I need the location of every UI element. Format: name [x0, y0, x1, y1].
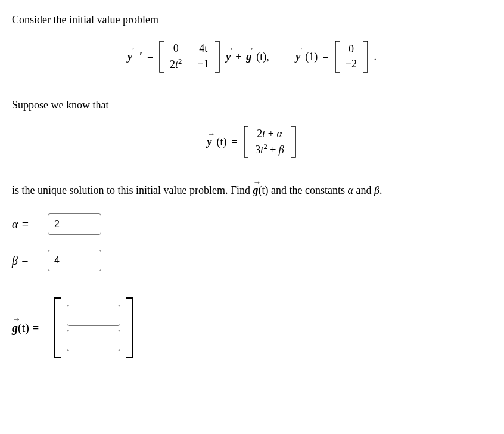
prime-symbol: ′	[139, 51, 142, 63]
matrix-A: 0 4t 2t2 −1	[158, 40, 221, 73]
equals-1: =	[147, 51, 153, 63]
solution-equation: y(t) = 2t + α 3t2 + β	[12, 125, 492, 159]
y1-r1: 0	[343, 42, 360, 57]
g-inline: g	[253, 182, 258, 199]
beta-answer-row: β =	[12, 250, 492, 271]
alpha-answer-row: α =	[12, 213, 492, 235]
A-r2c2: −1	[195, 57, 211, 72]
plus-symbol: +	[235, 51, 241, 63]
A-r2c1: 2t2	[167, 57, 184, 72]
yt-arg: (t)	[216, 136, 226, 148]
y1-vector: 0 −2	[334, 40, 369, 73]
A-r1c1: 0	[167, 41, 184, 56]
alpha-label: α =	[12, 218, 42, 231]
solution-vector: 2t + α 3t2 + β	[242, 125, 297, 159]
g-vec-symbol: g	[246, 51, 251, 63]
ivp-equation: y′ = 0 4t 2t2 −1 y + g(t),	[12, 40, 492, 73]
beta-inline: β	[374, 184, 379, 196]
y-vec-symbol: y	[226, 51, 231, 63]
g-r2-input[interactable]	[67, 330, 120, 351]
equals-3: =	[231, 136, 237, 148]
suppose-text: Suppose we know that	[12, 97, 492, 113]
y1-arg: (1)	[305, 51, 318, 63]
beta-label: β =	[12, 254, 42, 268]
y1-r2: −2	[343, 57, 360, 72]
beta-input[interactable]	[48, 250, 101, 271]
sol-r1: 2t + α	[252, 126, 288, 141]
yt-symbol: y	[207, 136, 211, 148]
left-bracket-icon	[51, 295, 64, 361]
alpha-input[interactable]	[48, 213, 101, 235]
conclusion-text: is the unique solution to this initial v…	[12, 182, 492, 199]
g-label: g(t) =	[12, 321, 39, 335]
A-r1c2: 4t	[195, 41, 211, 56]
g-of-t-text: (t),	[256, 51, 269, 63]
g-r1-input[interactable]	[67, 305, 120, 326]
problem-intro: Consider the initial value problem	[12, 12, 492, 28]
g-answer-row: g(t) =	[12, 295, 492, 361]
y1-symbol: y	[295, 51, 300, 63]
alpha-inline: α	[347, 184, 353, 196]
right-bracket-icon	[123, 295, 136, 361]
sol-r2: 3t2 + β	[252, 142, 288, 157]
y-prime-symbol: y	[127, 51, 132, 63]
period-1: .	[374, 51, 377, 63]
equals-2: =	[322, 51, 328, 63]
